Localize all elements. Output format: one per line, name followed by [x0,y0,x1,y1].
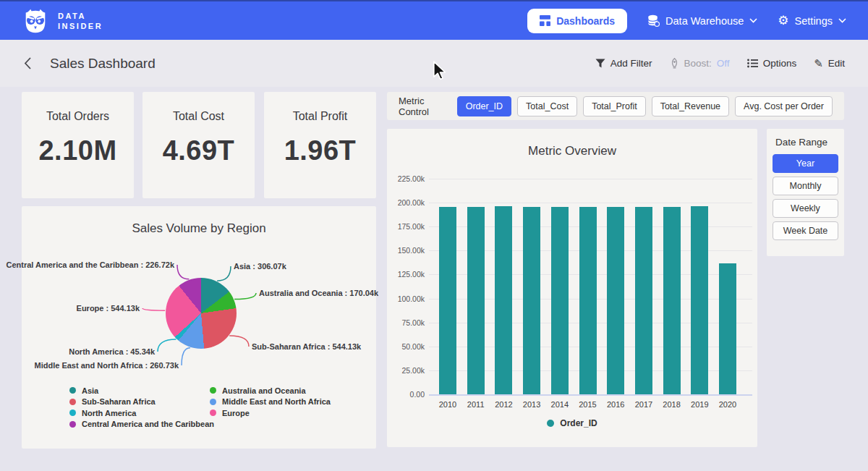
legend-label: Sub-Saharan Africa [82,397,156,406]
sales-by-region-card: Sales Volume by Region Asia : 306.07kAus… [22,206,376,449]
x-axis-line [429,394,752,396]
nav-dashboards-button[interactable]: Dashboards [527,9,627,33]
date-range-option-year[interactable]: Year [773,154,838,173]
kpi-value: 4.69T [163,135,235,166]
metric-option-avg-cost-per-order[interactable]: Avg. Cost per Order [735,96,833,116]
date-range-option-week-date[interactable]: Week Date [773,221,838,240]
chevron-down-icon [838,18,846,23]
gear-icon: ⚙ [778,14,788,27]
bar-chart-legend[interactable]: Order_ID [387,418,757,428]
kpi-label: Total Cost [173,110,224,123]
bar-2017[interactable] [635,207,652,394]
date-range-label: Date Range [775,137,838,148]
kpi-card-total-orders: Total Orders 2.10M [22,92,134,198]
navbar-menu: Dashboards Data Warehouse ⚙ Settings [527,9,846,33]
kpi-label: Total Orders [46,110,109,123]
filter-funnel-icon [595,59,605,68]
pie-legend-column-2: Australia and OceaniaMiddle East and Nor… [210,385,331,419]
brand[interactable]: DATA INSIDER [22,7,103,35]
nav-data-warehouse[interactable]: Data Warehouse [647,14,757,27]
pie-leader-line-north-america [158,339,176,352]
pie-label-north-america: North America : 45.34k [69,347,155,356]
pie-legend-item-middle-east-and-north-africa[interactable]: Middle East and North Africa [210,396,331,408]
pie-label-asia: Asia : 306.07k [234,262,286,271]
legend-dot [69,421,76,428]
pie-leader-line-middle-east-and-north-africa [182,348,190,365]
dashboards-grid-icon [540,15,550,26]
pie-legend-item-central-america-and-the-caribbean[interactable]: Central America and the Caribbean [69,419,214,430]
metric-option-order-id[interactable]: Order_ID [457,96,511,116]
x-axis-tick: 2019 [684,400,715,409]
x-axis-tick: 2020 [712,400,744,409]
x-axis-tick: 2018 [656,400,688,409]
date-range-options: YearMonthlyWeeklyWeek Date [773,154,838,240]
legend-dot [210,387,216,394]
bar-2015[interactable] [579,207,597,394]
legend-label: Order_ID [560,418,597,428]
header-actions: Add Filter Boost: Off Options [595,57,845,70]
x-axis-tick: 2017 [628,400,660,409]
metric-option-total-profit[interactable]: Total_Profit [583,96,646,116]
chevron-left-icon [23,56,33,70]
date-range-option-monthly[interactable]: Monthly [773,177,838,195]
bar-2010[interactable] [439,207,456,394]
bar-2019[interactable] [691,206,708,394]
pie-legend-item-asia[interactable]: Asia [69,385,214,396]
legend-dot [69,399,76,405]
x-axis-tick: 2011 [460,400,492,409]
metric-options: Order_IDTotal_CostTotal_ProfitTotal_Reve… [457,96,833,116]
metric-control-label: Metric Control [399,96,443,117]
y-axis-tick: 200.00k [388,198,425,207]
pie-label-europe: Europe : 544.13k [77,304,140,313]
bar-2011[interactable] [467,207,485,394]
pie-leader-line-australia-and-oceania [234,293,256,300]
kpi-value: 2.10M [38,135,116,166]
y-axis-tick: 50.00k [388,342,425,351]
date-range-option-weekly[interactable]: Weekly [773,199,838,218]
pie-legend-item-sub-saharan-africa[interactable]: Sub-Saharan Africa [69,396,214,408]
pie-legend-item-australia-and-oceania[interactable]: Australia and Oceania [210,385,331,396]
bar-2016[interactable] [607,207,624,394]
options-button[interactable]: Options [747,58,797,69]
y-axis-tick: 25.00k [388,366,425,375]
kpi-label: Total Profit [293,110,348,123]
bar-2018[interactable] [663,207,681,394]
pie-legend-item-north-america[interactable]: North America [69,407,214,419]
chevron-down-icon [749,18,757,23]
pie-label-central-america-and-the-caribbean: Central America and the Caribbean : 226.… [6,260,174,269]
top-navbar: DATA INSIDER Dashboards [0,0,868,40]
date-range-card: Date Range YearMonthlyWeeklyWeek Date [767,129,844,256]
legend-dot [69,387,76,394]
pie-legend-item-europe[interactable]: Europe [210,407,331,419]
pie-leader-line-europe [142,308,165,310]
pie-chart[interactable] [166,278,237,349]
bar-2020[interactable] [719,263,736,394]
kpi-value: 1.96T [284,135,357,166]
add-filter-button[interactable]: Add Filter [595,58,652,69]
x-axis-tick: 2015 [572,400,604,409]
x-axis-tick: 2016 [600,400,631,409]
bar-2013[interactable] [523,207,540,394]
edit-button[interactable]: ✎ Edit [814,57,845,70]
legend-label: Europe [222,409,250,417]
pie-legend-column-1: AsiaSub-Saharan AfricaNorth AmericaCentr… [69,385,214,430]
legend-label: Middle East and North Africa [222,397,331,406]
y-axis-tick: 175.00k [388,222,425,231]
y-axis-tick: 0.00 [388,390,425,399]
metric-option-total-cost[interactable]: Total_Cost [517,96,577,116]
pencil-icon: ✎ [814,57,823,70]
y-axis-tick: 125.00k [388,270,425,279]
nav-settings[interactable]: ⚙ Settings [778,14,846,27]
metric-option-total-revenue[interactable]: Total_Revenue [652,96,729,116]
boost-toggle[interactable]: Boost: Off [670,58,730,69]
metric-control-bar: Metric Control Order_IDTotal_CostTotal_P… [387,92,844,120]
bar-2014[interactable] [551,207,569,394]
x-axis-tick: 2013 [516,400,548,409]
legend-label: North America [82,409,136,417]
back-button[interactable] [23,56,33,70]
owl-logo-icon [22,7,49,35]
kpi-card-total-cost: Total Cost 4.69T [142,92,255,198]
legend-dot [547,420,554,427]
bar-2012[interactable] [495,206,512,394]
legend-dot [69,410,76,416]
